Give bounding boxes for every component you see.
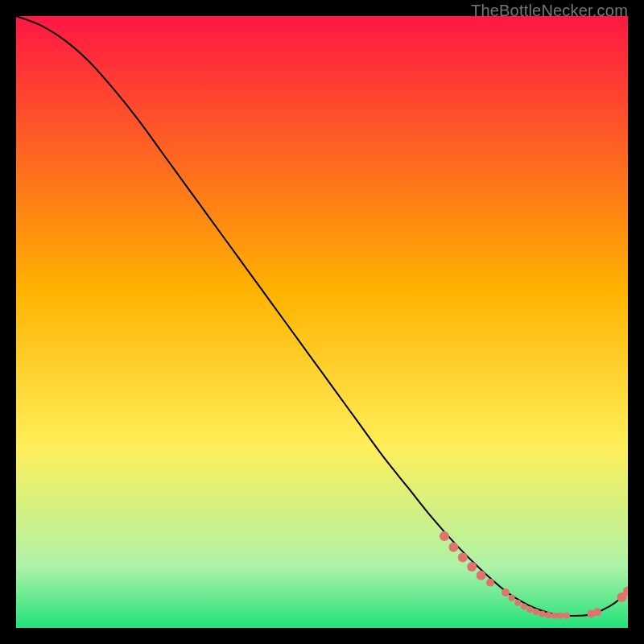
data-marker xyxy=(440,531,449,541)
data-marker xyxy=(448,543,458,552)
data-marker xyxy=(509,595,515,601)
data-marker xyxy=(533,609,539,615)
data-marker xyxy=(545,612,551,618)
data-marker xyxy=(514,600,521,606)
data-marker xyxy=(486,579,494,587)
data-marker xyxy=(477,571,486,580)
data-marker xyxy=(557,613,564,619)
data-marker xyxy=(593,608,601,616)
plot-svg xyxy=(16,16,628,628)
chart-stage: TheBottleNecker.com xyxy=(0,0,644,644)
plot-background xyxy=(16,16,628,628)
data-marker xyxy=(458,553,468,563)
data-marker xyxy=(467,562,477,572)
data-marker xyxy=(526,606,533,613)
data-marker xyxy=(539,611,546,617)
data-marker xyxy=(521,603,527,609)
data-marker xyxy=(551,613,558,619)
data-marker xyxy=(564,613,570,619)
bottleneck-plot xyxy=(16,16,628,628)
data-marker xyxy=(502,588,510,597)
